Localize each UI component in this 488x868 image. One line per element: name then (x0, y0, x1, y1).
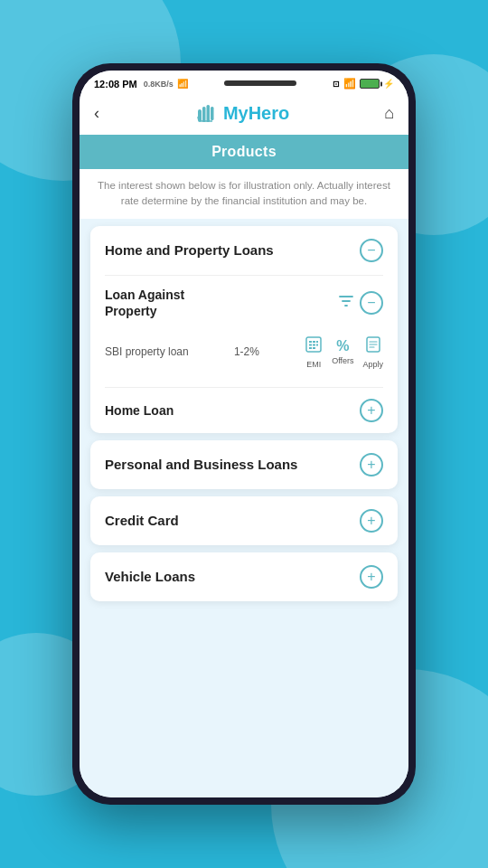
loan-against-property-title: Loan AgainstProperty (105, 287, 184, 319)
sbi-loan-name: SBI property loan (105, 345, 189, 358)
svg-rect-10 (316, 344, 318, 345)
sbi-loan-actions: EMI % Offers (305, 335, 383, 369)
apply-label: Apply (362, 360, 383, 369)
home-loan-title: Home Loan (105, 403, 174, 418)
vehicle-loans-title: Vehicle Loans (105, 569, 195, 584)
credit-card-card: Credit Card + (90, 496, 398, 545)
home-loan-row[interactable]: Home Loan + (90, 388, 398, 433)
loan-against-property-section: Loan AgainstProperty − (90, 276, 398, 387)
hand-icon (194, 100, 220, 126)
svg-rect-2 (206, 105, 210, 122)
home-property-card: Home and Property Loans − Loan AgainstPr… (90, 226, 398, 433)
page-header: Products (80, 135, 408, 169)
time: 12:08 PM (94, 79, 137, 90)
svg-rect-7 (316, 341, 318, 343)
svg-rect-3 (211, 107, 214, 120)
battery-icon (360, 79, 380, 89)
home-button[interactable]: ⌂ (384, 104, 394, 123)
status-right: ⊡ 📶 ⚡ (333, 78, 394, 90)
bolt-icon: ⚡ (383, 79, 394, 89)
emi-button[interactable]: EMI (305, 335, 323, 369)
svg-rect-1 (202, 107, 206, 122)
offers-icon: % (336, 338, 349, 354)
filter-icon[interactable] (338, 293, 354, 313)
app-header: ‹ MyHero ⌂ (80, 93, 408, 135)
status-left: 12:08 PM 0.8KB/s 📶 (94, 79, 188, 90)
svg-rect-12 (313, 347, 315, 349)
home-property-title: Home and Property Loans (105, 242, 274, 258)
apply-button[interactable]: Apply (362, 335, 383, 369)
status-bar: 12:08 PM 0.8KB/s 📶 ⊡ 📶 ⚡ (80, 71, 408, 93)
credit-card-header[interactable]: Credit Card + (90, 496, 398, 545)
vehicle-loans-toggle[interactable]: + (360, 565, 383, 589)
home-loan-toggle[interactable]: + (360, 399, 383, 422)
lap-actions: − (338, 291, 383, 315)
personal-business-title: Personal and Business Loans (105, 457, 297, 472)
page-title: Products (211, 144, 277, 159)
apply-icon (364, 335, 382, 358)
offers-label: Offers (332, 356, 353, 365)
logo: MyHero (194, 100, 289, 126)
credit-card-title: Credit Card (105, 513, 179, 528)
svg-rect-11 (309, 347, 312, 349)
logo-text: MyHero (223, 103, 289, 124)
back-button[interactable]: ‹ (94, 104, 99, 123)
loan-against-property-header: Loan AgainstProperty − (105, 287, 383, 319)
credit-card-toggle[interactable]: + (360, 509, 383, 533)
data-icon: 📶 (177, 79, 188, 89)
disclaimer-text: The interest shown below is for illustra… (98, 180, 390, 206)
network-speed: 0.8KB/s (144, 80, 174, 89)
vehicle-loans-card: Vehicle Loans + (90, 552, 398, 601)
offers-button[interactable]: % Offers (332, 338, 353, 365)
svg-rect-5 (309, 341, 312, 343)
lap-toggle[interactable]: − (360, 291, 383, 315)
screen-icon: ⊡ (333, 80, 340, 89)
emi-label: EMI (306, 360, 321, 369)
personal-business-toggle[interactable]: + (360, 453, 383, 476)
sbi-loan-row: SBI property loan 1-2% (105, 328, 383, 376)
phone-frame: 12:08 PM 0.8KB/s 📶 ⊡ 📶 ⚡ ‹ (72, 63, 416, 805)
disclaimer: The interest shown below is for illustra… (80, 169, 408, 219)
content-area: The interest shown below is for illustra… (80, 169, 408, 797)
personal-business-card: Personal and Business Loans + (90, 440, 398, 489)
emi-icon (305, 335, 323, 358)
home-property-toggle[interactable]: − (360, 239, 383, 262)
sbi-loan-rate: 1-2% (234, 345, 259, 358)
personal-business-header[interactable]: Personal and Business Loans + (90, 440, 398, 489)
svg-rect-9 (313, 344, 315, 345)
svg-rect-6 (313, 341, 315, 343)
svg-rect-8 (309, 344, 312, 345)
vehicle-loans-header[interactable]: Vehicle Loans + (90, 552, 398, 601)
home-property-header[interactable]: Home and Property Loans − (90, 226, 398, 275)
wifi-icon: 📶 (343, 78, 356, 90)
notch (224, 80, 296, 86)
